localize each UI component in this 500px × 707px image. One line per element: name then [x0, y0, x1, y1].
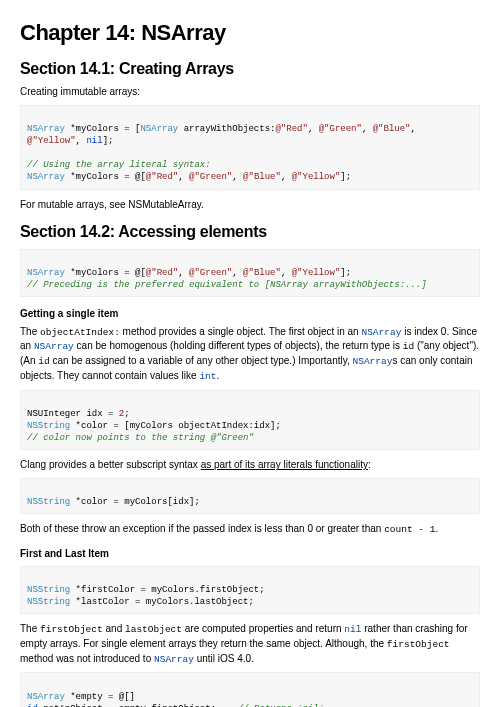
code-block: NSUInteger idx = 2; NSString *color = [m… [20, 390, 480, 451]
subheading-first-last: First and Last Item [20, 547, 480, 561]
body-text: For mutable arrays, see NSMutableArray. [20, 198, 480, 212]
code-block: NSString *color = myColors[idx]; [20, 478, 480, 514]
section-14-1-heading: Section 14.1: Creating Arrays [20, 58, 480, 80]
code-block: NSArray *myColors = @[@"Red", @"Green", … [20, 249, 480, 297]
body-text: Creating immutable arrays: [20, 85, 480, 99]
body-text: Clang provides a better subscript syntax… [20, 458, 480, 472]
int-link[interactable]: int [199, 371, 216, 382]
nsarray-link[interactable]: NSArray [353, 356, 393, 367]
code-block: NSString *firstColor = myColors.firstObj… [20, 566, 480, 614]
nsarray-link[interactable]: NSArray [34, 341, 74, 352]
nsarray-link[interactable]: NSArray [361, 327, 401, 338]
code-block: NSArray *myColors = [NSArray arrayWithOb… [20, 105, 480, 190]
nil-link[interactable]: nil [344, 624, 361, 635]
subheading-single-item: Getting a single item [20, 307, 480, 321]
nsarray-link[interactable]: NSArray [154, 654, 194, 665]
code-block: NSArray *empty = @[] id notAnObject = em… [20, 672, 480, 707]
body-text: The objectAtIndex: method provides a sin… [20, 325, 480, 384]
section-14-2-heading: Section 14.2: Accessing elements [20, 221, 480, 243]
body-text: Both of these throw an exception if the … [20, 522, 480, 537]
chapter-title: Chapter 14: NSArray [20, 18, 480, 48]
body-text: The firstObject and lastObject are compu… [20, 622, 480, 666]
